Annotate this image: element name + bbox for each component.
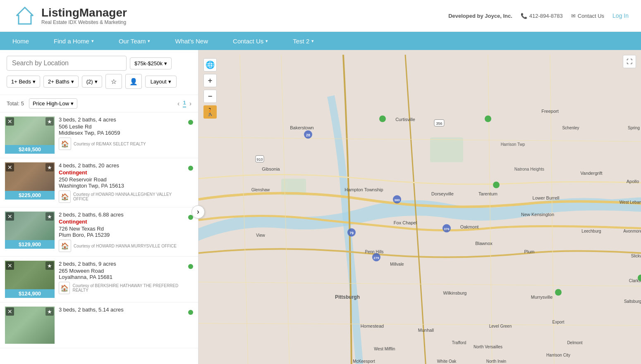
count-label: (2) [86, 79, 93, 85]
svg-text:Munhall: Munhall [418, 328, 434, 333]
listing-details: 2 beds, 2 baths, 6.88 acres Contingent 7… [59, 212, 184, 252]
user-button[interactable]: 👤 [125, 74, 142, 89]
map-controls: 🌐 + − 🚶 [203, 58, 217, 119]
svg-point-72 [493, 182, 500, 188]
baths-chevron: ▾ [71, 79, 74, 85]
tagline: Real Estate IDX Websites & Marketing [41, 19, 127, 25]
svg-text:Trafford: Trafford [452, 340, 466, 345]
svg-text:Hampton Township: Hampton Township [344, 187, 383, 192]
nav-item-contact-us[interactable]: Contact Us ▾ [220, 32, 280, 50]
listing-status: Contingent [59, 169, 184, 176]
street-view-button[interactable]: 🚶 [203, 105, 217, 119]
baths-label: 2+ Baths [48, 79, 69, 85]
listing-favorite-button[interactable]: ★ [45, 262, 54, 270]
svg-line-0 [17, 15, 19, 16]
listing-courtesy-text: Courtesy of BERKSHIRE HATHAWAY THE PREFE… [72, 283, 184, 293]
phone-number: 412-894-8783 [529, 13, 563, 19]
test2-chevron: ▾ [311, 38, 314, 44]
svg-text:Spring Church: Spring Church [628, 126, 641, 130]
listing-beds-baths: 3 beds, 2 baths, 5.14 acres [59, 307, 184, 313]
svg-text:View: View [256, 233, 265, 238]
logo-icon [12, 3, 37, 28]
svg-text:79: 79 [349, 231, 354, 235]
list-item: ✕ ★ $124,900 2 beds, 2 baths, 9 acres 26… [0, 257, 198, 302]
listing-beds-baths: 3 beds, 2 baths, 4 acres [59, 117, 184, 123]
nav-item-home[interactable]: Home [0, 32, 41, 50]
listing-courtesy-wrap: 🏠 Courtesy of BERKSHIRE HATHAWAY THE PRE… [59, 282, 184, 294]
listing-close-button[interactable]: ✕ [6, 262, 14, 270]
fullscreen-button[interactable]: ⛶ [623, 55, 636, 68]
listing-courtesy-text: Courtesy of RE/MAX SELECT REALTY [74, 142, 146, 146]
zoom-in-button[interactable]: + [203, 74, 217, 87]
favorites-button[interactable]: ☆ [105, 74, 122, 89]
svg-point-73 [555, 289, 562, 296]
svg-text:Glenshaw: Glenshaw [251, 188, 270, 192]
contact-us-text: Contact Us [578, 13, 604, 19]
nav-item-test2[interactable]: Test 2 ▾ [280, 32, 326, 50]
listing-map-dot [188, 120, 193, 125]
listing-city-state: Washington Twp, PA 15613 [59, 183, 184, 189]
nav-item-find-home[interactable]: Find a Home ▾ [41, 32, 106, 50]
pagination: ‹ 1 › [177, 100, 191, 107]
prev-page-button[interactable]: ‹ [177, 100, 179, 107]
sort-chevron: ▾ [71, 100, 74, 107]
map-globe-button[interactable]: 🌐 [203, 58, 217, 71]
listing-courtesy-wrap: 🏠 Courtesy of RE/MAX SELECT REALTY [59, 138, 184, 150]
listing-beds-baths: 2 beds, 2 baths, 6.88 acres [59, 212, 184, 218]
listing-close-button[interactable]: ✕ [6, 307, 14, 316]
svg-text:Vandergrift: Vandergrift [581, 171, 603, 176]
listing-close-button[interactable]: ✕ [6, 117, 14, 126]
total-count: Total: 5 [7, 100, 24, 107]
svg-text:Bakerstown: Bakerstown [290, 125, 313, 130]
courtesy-icon: 🏠 [59, 240, 71, 252]
listing-city-state: Plum Boro, PA 15239 [59, 232, 184, 238]
panel-toggle-arrow[interactable]: › [191, 205, 205, 219]
sort-dropdown[interactable]: Price High-Low ▾ [29, 98, 77, 109]
email-icon: ✉ [571, 13, 576, 19]
listing-favorite-button[interactable]: ★ [45, 163, 54, 171]
listing-image-wrap: ✕ ★ $129,900 [5, 212, 55, 249]
next-page-button[interactable]: › [189, 100, 191, 107]
listing-favorite-button[interactable]: ★ [45, 212, 54, 221]
listing-close-button[interactable]: ✕ [6, 212, 14, 221]
find-home-chevron: ▾ [91, 38, 94, 44]
login-link[interactable]: Log In [612, 12, 629, 19]
nav-item-whats-new[interactable]: What's New [163, 32, 220, 50]
listing-courtesy-text: Courtesy of HOWARD HANNA ALLEGHENY VALLE… [73, 192, 184, 201]
listing-image-wrap: ✕ ★ $124,900 [5, 261, 55, 298]
count-dropdown[interactable]: (2) ▾ [82, 76, 102, 88]
results-header: Total: 5 Price High-Low ▾ ‹ 1 › [0, 95, 198, 112]
search-filters-row: $75k-$250k ▾ 1+ Beds ▾ 2+ Baths ▾ (2) ▾ … [0, 50, 198, 95]
svg-text:380: 380 [394, 198, 400, 202]
contact-us-link[interactable]: ✉ Contact Us [571, 13, 604, 19]
zoom-out-button[interactable]: − [203, 90, 217, 103]
listing-favorite-button[interactable]: ★ [45, 307, 54, 316]
beds-dropdown[interactable]: 1+ Beds ▾ [7, 76, 40, 88]
fullscreen-icon: ⛶ [627, 58, 632, 65]
svg-text:North Versailles: North Versailles [474, 345, 502, 349]
phone-area: 📞 412-894-8783 [521, 13, 563, 19]
brand-name: ListingManager [41, 6, 127, 19]
listing-favorite-button[interactable]: ★ [45, 117, 54, 126]
listing-details: 3 beds, 2 baths, 5.14 acres [59, 307, 184, 314]
listing-details: 3 beds, 2 baths, 4 acres 506 Leslie Rd M… [59, 117, 184, 150]
svg-text:North Irwin: North Irwin [486, 359, 506, 364]
svg-text:Harrison City: Harrison City [546, 353, 570, 357]
listing-beds-baths: 4 beds, 2 baths, 20 acres [59, 162, 184, 169]
svg-text:Pittsburgh: Pittsburgh [335, 294, 360, 300]
listing-close-button[interactable]: ✕ [6, 163, 14, 171]
layout-dropdown[interactable]: Layout ▾ [145, 76, 177, 88]
nav-item-our-team[interactable]: Our Team ▾ [106, 32, 163, 50]
left-panel: $75k-$250k ▾ 1+ Beds ▾ 2+ Baths ▾ (2) ▾ … [0, 50, 199, 364]
svg-text:Blawnox: Blawnox [475, 241, 493, 246]
search-input[interactable] [7, 56, 127, 71]
svg-text:Saltsburg: Saltsburg [624, 299, 641, 304]
svg-text:White Oak: White Oak [437, 359, 457, 364]
list-item: ✕ ★ $249,500 3 beds, 2 baths, 4 acres 50… [0, 112, 198, 158]
listing-map-dot [188, 264, 193, 269]
svg-text:Apollo: Apollo [627, 179, 639, 184]
count-chevron: ▾ [95, 79, 98, 85]
price-range-dropdown[interactable]: $75k-$250k ▾ [130, 57, 172, 69]
baths-dropdown[interactable]: 2+ Baths ▾ [43, 76, 79, 88]
list-item: ✕ ★ $225,000 4 beds, 2 baths, 20 acres C… [0, 158, 198, 207]
